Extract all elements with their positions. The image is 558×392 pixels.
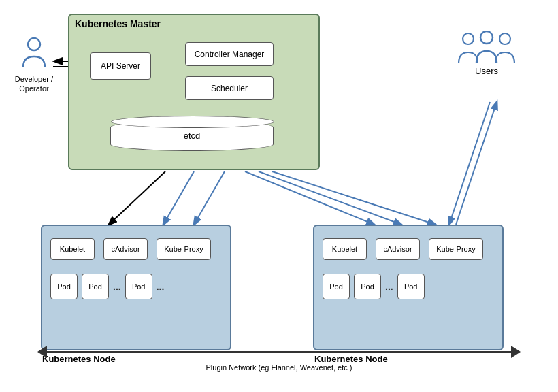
network-line	[47, 351, 511, 353]
node-box-left: Kubelet cAdvisor Kube-Proxy Pod Pod ... …	[41, 225, 231, 350]
users-figure: Users	[449, 31, 524, 76]
cadvisor-right: cAdvisor	[376, 238, 420, 260]
svg-point-19	[499, 33, 510, 44]
master-title: Kubernetes Master	[75, 18, 161, 29]
kubelet-left: Kubelet	[50, 238, 95, 260]
svg-line-11	[245, 172, 374, 225]
plugin-network-arrow	[37, 342, 521, 361]
api-server-label: API Server	[101, 61, 140, 71]
svg-line-14	[449, 102, 490, 225]
scheduler-box: Scheduler	[185, 76, 274, 100]
pods-row-right: Pod Pod ... Pod	[323, 274, 425, 299]
dots-1-right: ...	[385, 281, 393, 292]
pod-3-left: Pod	[125, 274, 152, 299]
arrow-right-head	[511, 346, 521, 358]
kube-proxy-left: Kube-Proxy	[157, 238, 211, 260]
developer-icon	[10, 37, 58, 73]
plugin-network-label: Plugin Network (eg Flannel, Weavenet, et…	[37, 363, 521, 372]
scheduler-label: Scheduler	[211, 84, 248, 93]
developer-figure: Developer / Operator	[10, 37, 58, 94]
plugin-network-container: Plugin Network (eg Flannel, Weavenet, et…	[37, 342, 521, 372]
diagram-container: Developer / Operator Kubernetes Master A…	[0, 0, 558, 392]
svg-line-12	[259, 172, 401, 225]
svg-point-16	[28, 38, 40, 50]
svg-point-18	[480, 31, 493, 44]
etcd-box: etcd	[110, 120, 274, 151]
pod-2-left: Pod	[82, 274, 109, 299]
dots-2-left: ...	[157, 281, 165, 292]
controller-manager-label: Controller Manager	[195, 50, 265, 59]
users-icon	[449, 31, 524, 65]
users-label: Users	[449, 66, 524, 76]
pod-3-right: Pod	[397, 274, 425, 299]
cadvisor-left: cAdvisor	[103, 238, 148, 260]
etcd-label: etcd	[184, 131, 201, 141]
svg-point-17	[463, 33, 474, 44]
svg-line-15	[456, 102, 497, 225]
pod-2-right: Pod	[354, 274, 381, 299]
arrow-left-head	[37, 346, 47, 358]
svg-line-9	[163, 172, 194, 225]
controller-manager-box: Controller Manager	[185, 42, 274, 66]
pod-1-left: Pod	[50, 274, 78, 299]
svg-line-8	[109, 172, 165, 225]
kubelet-right: Kubelet	[323, 238, 367, 260]
developer-label: Developer / Operator	[10, 74, 58, 94]
svg-line-13	[272, 172, 436, 225]
dots-1-left: ...	[113, 281, 121, 292]
kube-proxy-right: Kube-Proxy	[429, 238, 483, 260]
pods-row-left: Pod Pod ... Pod ...	[50, 274, 164, 299]
pod-1-right: Pod	[323, 274, 350, 299]
master-box: Kubernetes Master API Server Controller …	[68, 14, 320, 170]
svg-line-10	[194, 172, 225, 225]
node-box-right: Kubelet cAdvisor Kube-Proxy Pod Pod ... …	[313, 225, 504, 350]
api-server-box: API Server	[90, 52, 151, 80]
